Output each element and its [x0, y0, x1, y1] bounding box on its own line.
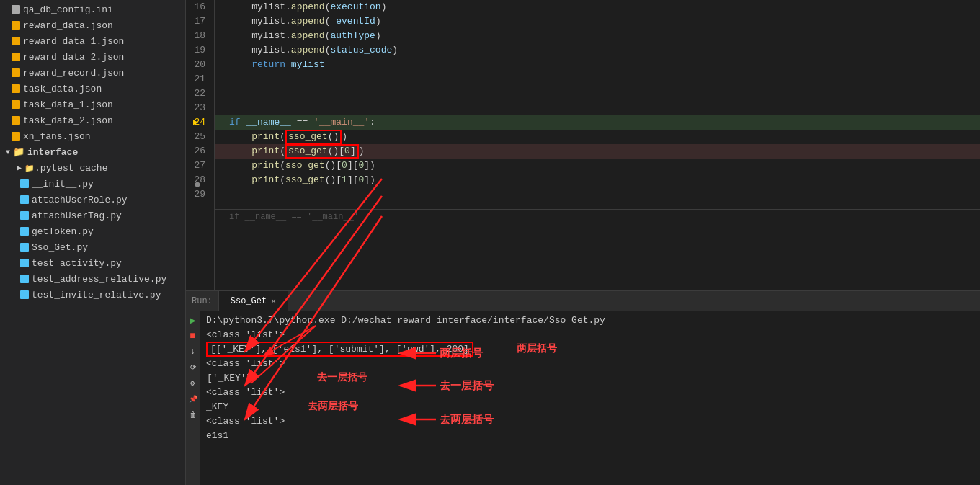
code-line-28: print(sso_get()[1][0])	[215, 173, 980, 187]
line-num-26: 26	[192, 144, 208, 159]
file-qa-db-config[interactable]: qa_db_config.ini	[0, 1, 185, 17]
settings-button[interactable]: ⚙	[187, 378, 199, 389]
app-container: qa_db_config.ini reward_data.json reward…	[0, 0, 980, 485]
code-footer-hint: if __name__ == '__main__'	[215, 209, 980, 223]
subfolder-pytest-cache[interactable]: ▶ 📁 .pytest_cache	[0, 160, 185, 176]
line-num-28: ⬤ 28	[192, 173, 208, 187]
line-num-21: 21	[192, 72, 208, 86]
py-icon	[20, 259, 29, 267]
code-line-29	[215, 187, 980, 202]
console-run-path: D:\python3.7\python.exe D:/wechat_reward…	[206, 313, 974, 327]
py-icon	[20, 290, 29, 299]
line-num-25: 25	[192, 130, 208, 144]
bottom-panel: Run: Sso_Get ✕ ▶ ■ ↓ ⟳ ⚙ 📌 🗑	[186, 290, 980, 485]
json-icon	[12, 116, 20, 125]
file-reward-data[interactable]: reward_data.json	[0, 17, 185, 33]
file-task-data[interactable]: task_data.json	[0, 81, 185, 97]
filename: task_data_2.json	[23, 115, 113, 126]
filename: reward_data.json	[23, 20, 113, 31]
file-sso-get[interactable]: Sso_Get.py	[0, 239, 185, 255]
rerun-button[interactable]: ⟳	[187, 362, 199, 373]
tab-sso-get[interactable]: Sso_Get ✕	[219, 291, 288, 311]
json-icon	[12, 37, 20, 45]
console-out-3: <class 'list'>	[206, 356, 974, 370]
annotation-two-brackets: 两层括号	[517, 342, 557, 355]
filename: test_address_relative.py	[32, 274, 166, 285]
run-controls: ▶ ■ ↓ ⟳ ⚙ 📌 🗑	[186, 311, 200, 485]
console-out-4: ['_KEY'] 去一层括号	[206, 370, 974, 385]
code-line-26: print(sso_get()[0])	[215, 144, 980, 159]
annotation-one-bracket: 去一层括号	[317, 371, 368, 384]
filename: attachUserRole.py	[32, 195, 128, 205]
pin-button[interactable]: 📌	[187, 393, 199, 405]
line-num-16: 16	[192, 0, 208, 14]
filename: getToken.py	[32, 226, 94, 237]
subfolder-icon: 📁	[24, 164, 35, 173]
file-task-data-2[interactable]: task_data_2.json	[0, 112, 185, 128]
clear-button[interactable]: 🗑	[187, 409, 199, 421]
console-out-7: <class 'list'>	[206, 414, 974, 428]
json-icon	[12, 100, 20, 109]
play-button[interactable]: ▶	[187, 314, 199, 326]
filename: xn_fans.json	[23, 131, 91, 142]
py-icon	[20, 243, 29, 252]
py-icon	[20, 275, 29, 283]
filename: qa_db_config.ini	[23, 4, 113, 15]
file-init[interactable]: __init__.py	[0, 176, 185, 192]
annotation-no-brackets: 去两层括号	[308, 400, 358, 413]
file-xn-fans[interactable]: xn_fans.json	[0, 128, 185, 144]
file-reward-data-1[interactable]: reward_data_1.json	[0, 33, 185, 49]
code-line-17: mylist.append(_eventId)	[215, 14, 980, 29]
line-num-24: ▶ 24	[192, 115, 208, 130]
code-line-22	[215, 86, 980, 101]
code-line-23	[215, 101, 980, 115]
line-num-29: 29	[192, 187, 208, 202]
code-line-24: if __name__ == '__main__':	[215, 115, 980, 130]
file-reward-data-2[interactable]: reward_data_2.json	[0, 49, 185, 65]
py-icon	[20, 195, 29, 204]
line-num-23: 23	[192, 101, 208, 115]
console-out-5: <class 'list'>	[206, 385, 974, 399]
bottom-content-row: ▶ ■ ↓ ⟳ ⚙ 📌 🗑 D:\python3.7\python.exe D:…	[186, 311, 980, 485]
tab-close-icon[interactable]: ✕	[271, 296, 276, 306]
py-icon	[20, 179, 29, 188]
filename: reward_record.json	[23, 68, 124, 79]
file-test-activity[interactable]: test_activity.py	[0, 255, 185, 271]
code-line-21	[215, 72, 980, 86]
scroll-down-button[interactable]: ↓	[187, 346, 199, 357]
filename: Sso_Get.py	[32, 242, 88, 253]
file-attach-user-role[interactable]: attachUserRole.py	[0, 192, 185, 208]
file-tree: qa_db_config.ini reward_data.json reward…	[0, 0, 185, 485]
json-icon	[12, 132, 20, 141]
file-task-data-1[interactable]: task_data_1.json	[0, 97, 185, 112]
right-panel: 16 17 18 19 20 21 22 23 ▶ 24 25 26 27 ⬤ …	[186, 0, 980, 485]
code-line-25: print(sso_get())	[215, 130, 980, 144]
subfolder-arrow: ▶	[17, 164, 22, 172]
filename: reward_data_2.json	[23, 52, 124, 63]
code-content[interactable]: mylist.append(execution) mylist.append(_…	[215, 0, 980, 290]
folder-interface[interactable]: ▼ 📁 interface	[0, 144, 185, 160]
console-output: D:\python3.7\python.exe D:/wechat_reward…	[200, 311, 980, 485]
filename: __init__.py	[32, 179, 94, 190]
filename: task_data.json	[23, 84, 102, 94]
file-test-address[interactable]: test_address_relative.py	[0, 271, 185, 287]
json-icon	[12, 53, 20, 61]
code-line-20: return mylist	[215, 58, 980, 72]
file-attach-user-tag[interactable]: attachUserTag.py	[0, 208, 185, 223]
folder-icon: 📁	[13, 146, 24, 158]
bottom-tabs: Run: Sso_Get ✕	[186, 291, 980, 311]
line-num-22: 22	[192, 86, 208, 101]
file-get-token[interactable]: getToken.py	[0, 223, 185, 239]
stop-button[interactable]: ■	[187, 330, 199, 342]
subfolder-name: .pytest_cache	[35, 163, 107, 174]
run-label: Run:	[186, 291, 219, 311]
file-test-invite[interactable]: test_invite_relative.py	[0, 287, 185, 303]
line-num-17: 17	[192, 14, 208, 29]
json-icon	[12, 21, 20, 30]
code-editor: 16 17 18 19 20 21 22 23 ▶ 24 25 26 27 ⬤ …	[186, 0, 980, 290]
code-line-16: mylist.append(execution)	[215, 0, 980, 14]
tab-label: Sso_Get	[231, 296, 267, 306]
code-line-27: print(sso_get()[0][0])	[215, 159, 980, 173]
file-reward-record[interactable]: reward_record.json	[0, 65, 185, 81]
line-num-27: 27	[192, 159, 208, 173]
